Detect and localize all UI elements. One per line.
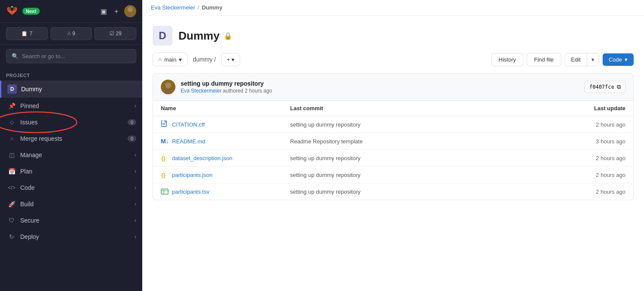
- file-type-icon: {}: [161, 154, 169, 162]
- todo-counter-value: 29: [116, 31, 122, 37]
- breadcrumb-separator: /: [198, 4, 200, 11]
- pinned-icon: 📌: [7, 102, 16, 110]
- file-last-commit: setting up dummy repository: [290, 121, 556, 128]
- sidebar-item-deploy[interactable]: ↻ Deploy ›: [0, 229, 142, 245]
- add-file-button[interactable]: + ▾: [221, 53, 241, 66]
- gitlab-logo-icon[interactable]: [6, 4, 18, 18]
- file-last-update: 2 hours ago: [556, 155, 625, 161]
- col-commit-header: Last commit: [290, 105, 556, 111]
- todos-counter-button[interactable]: ☑ 29: [94, 27, 136, 40]
- secure-icon: 🛡: [7, 216, 16, 225]
- sidebar-section-project-label: Project: [0, 68, 142, 80]
- file-type-icon: [161, 121, 169, 128]
- build-label: Build: [20, 201, 130, 207]
- file-link[interactable]: dataset_description.json: [172, 155, 232, 161]
- edit-split-button: Edit ▾: [565, 53, 599, 66]
- plan-chevron-icon: ›: [134, 168, 136, 174]
- sidebar-item-secure[interactable]: 🛡 Secure ›: [0, 212, 142, 229]
- commit-hash-value: f0407fce: [589, 84, 614, 90]
- deploy-chevron-icon: ›: [134, 234, 136, 240]
- edit-button[interactable]: Edit: [565, 53, 587, 66]
- commit-row: setting up dummy repository Eva Steckerm…: [153, 73, 634, 101]
- issue-counter-icon: 📋: [21, 31, 28, 37]
- commit-time: authored 2 hours ago: [223, 88, 272, 94]
- repo-title: Dummy: [178, 29, 219, 43]
- add-chevron-icon: ▾: [231, 56, 234, 63]
- manage-icon: ◫: [7, 151, 16, 159]
- sidebar-item-plan[interactable]: 📅 Plan ›: [0, 163, 142, 180]
- plan-label: Plan: [20, 168, 130, 175]
- sidebar-item-merge-requests[interactable]: ⑃ Merge requests 0: [0, 130, 142, 147]
- sidebar-item-issues[interactable]: ◇ Issues 0: [0, 114, 142, 130]
- copy-icon[interactable]: ⧉: [617, 84, 621, 90]
- merge-icon: ⑃: [67, 30, 71, 37]
- search-bar[interactable]: 🔍 Search or go to...: [6, 49, 136, 63]
- breadcrumb-repo: Dummy: [202, 4, 222, 11]
- deploy-icon: ↻: [7, 232, 16, 241]
- build-chevron-icon: ›: [134, 201, 136, 207]
- svg-point-0: [128, 7, 133, 12]
- project-name-label: Dummy: [21, 86, 136, 93]
- history-button[interactable]: History: [491, 53, 523, 66]
- find-file-button[interactable]: Find file: [527, 53, 561, 66]
- code-chevron-icon: ▾: [625, 56, 628, 63]
- svg-point-3: [165, 82, 171, 88]
- code-label: Code: [20, 184, 130, 191]
- user-avatar[interactable]: [124, 5, 136, 17]
- repo-title-row: Dummy 🔒: [178, 29, 232, 43]
- file-name-cell: CITATION.cff: [161, 121, 290, 128]
- merge-requests-counter-button[interactable]: ⑃ 9: [50, 27, 92, 40]
- todo-icon: ☑: [109, 31, 114, 37]
- edit-dropdown-button[interactable]: ▾: [587, 53, 599, 66]
- breadcrumb-owner[interactable]: Eva Steckermeier: [151, 4, 195, 11]
- sidebar-counters: 📋 7 ⑃ 9 ☑ 29: [0, 23, 142, 45]
- file-link[interactable]: README.md: [172, 138, 205, 145]
- plan-icon: 📅: [7, 167, 16, 176]
- deploy-label: Deploy: [20, 233, 130, 240]
- file-last-update: 2 hours ago: [556, 172, 625, 178]
- branch-selector-button[interactable]: ⑃ main ▾: [153, 53, 188, 66]
- build-icon: 🚀: [7, 200, 16, 208]
- table-row: {} participants.json setting up dummy re…: [153, 167, 633, 183]
- manage-label: Manage: [20, 152, 130, 158]
- svg-text:{}: {}: [161, 172, 166, 178]
- file-type-icon: M↓: [161, 137, 169, 145]
- file-last-commit: setting up dummy repository: [290, 189, 556, 195]
- new-item-button[interactable]: ＋: [111, 5, 122, 18]
- secure-chevron-icon: ›: [134, 217, 136, 223]
- commit-message[interactable]: setting up dummy repository: [181, 80, 579, 87]
- pinned-chevron-icon: ›: [134, 103, 136, 109]
- table-row: CITATION.cff setting up dummy repository…: [153, 116, 633, 133]
- file-table-header: Name Last commit Last update: [153, 101, 633, 116]
- branch-chevron-icon: ▾: [179, 56, 182, 63]
- sidebar-item-manage[interactable]: ◫ Manage ›: [0, 147, 142, 163]
- file-last-commit: setting up dummy repository: [290, 172, 556, 178]
- sidebar-top-icons: ▣ ＋: [99, 5, 136, 18]
- sidebar-item-project-dummy[interactable]: D Dummy: [0, 80, 142, 98]
- project-avatar: D: [7, 84, 17, 94]
- commit-hash-button[interactable]: f0407fce ⧉: [585, 81, 625, 93]
- commit-meta: Eva Steckermeier authored 2 hours ago: [181, 88, 579, 94]
- file-link[interactable]: CITATION.cff: [172, 121, 205, 128]
- code-chevron-icon: ›: [134, 185, 136, 191]
- next-badge: Next: [22, 8, 40, 15]
- sidebar-item-build[interactable]: 🚀 Build ›: [0, 196, 142, 212]
- sidebar-item-code[interactable]: </> Code ›: [0, 180, 142, 196]
- file-link[interactable]: participants.tsv: [172, 189, 209, 195]
- repo-header: D Dummy 🔒: [142, 15, 644, 53]
- file-name-cell: M↓ README.md: [161, 137, 290, 145]
- search-placeholder-text: Search or go to...: [22, 53, 65, 59]
- file-name-cell: {} participants.json: [161, 171, 290, 179]
- issues-counter-button[interactable]: 📋 7: [6, 27, 48, 40]
- issue-counter-value: 7: [29, 31, 32, 37]
- file-link[interactable]: participants.json: [172, 172, 213, 178]
- code-button[interactable]: Code ▾: [603, 53, 634, 66]
- plus-icon: +: [227, 56, 230, 63]
- sidebar-item-pinned[interactable]: 📌 Pinned ›: [0, 98, 142, 114]
- main-content: Eva Steckermeier / Dummy D Dummy 🔒 ⑃ mai…: [142, 0, 644, 291]
- pinned-label: Pinned: [20, 102, 130, 109]
- sidebar: Next ▣ ＋ 📋 7 ⑃ 9 ☑ 29 🔍 Sear: [0, 0, 142, 291]
- commit-info: setting up dummy repository Eva Steckerm…: [181, 80, 579, 94]
- toggle-sidebar-button[interactable]: ▣: [99, 6, 109, 17]
- commit-author[interactable]: Eva Steckermeier: [181, 88, 222, 94]
